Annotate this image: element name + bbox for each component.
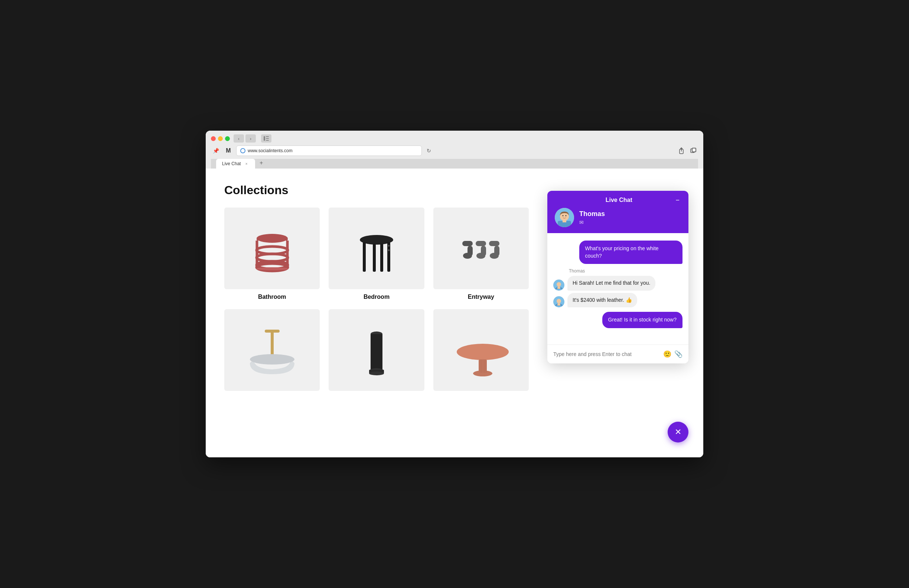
close-traffic-light[interactable] [211,136,216,141]
product-image-cylinder [328,309,424,391]
chat-icons: 🙂 📎 [663,350,683,358]
emoji-icon[interactable]: 🙂 [663,350,671,358]
product-card-bathroom[interactable]: Bathroom [224,207,320,300]
product-card-table[interactable] [433,309,529,395]
product-label-bedroom: Bedroom [364,294,390,300]
product-image-bowl [224,309,320,391]
attach-icon[interactable]: 📎 [674,350,683,358]
fullscreen-traffic-light[interactable] [225,136,230,141]
page-content: Collections [206,168,703,457]
svg-rect-27 [476,241,486,246]
product-label-bathroom: Bathroom [258,294,286,300]
agent-details: Thomas ✉ [579,210,605,225]
message-agent-avatar-2 [553,296,564,307]
product-card-cylinder[interactable] [328,309,424,395]
svg-point-29 [476,253,485,259]
agent-avatar [555,208,574,227]
chat-input[interactable] [553,351,660,357]
message-outgoing-1: What's your pricing on the white couch? [579,241,683,264]
svg-point-54 [566,215,567,216]
svg-point-43 [473,370,492,376]
message-sender-label: Thomas [569,268,683,274]
message-agent-avatar-1 [553,279,564,291]
email-icon: ✉ [579,220,605,225]
tab-bar: Live Chat × + [211,159,698,168]
chat-close-icon: ✕ [675,428,681,436]
message-incoming-2: It's $2400 with leather. 👍 [568,293,637,308]
product-image-entryway [433,207,529,289]
agent-name: Thomas [579,210,605,218]
url-text: www.socialintents.com [247,148,293,153]
message-outgoing-2: Great! Is it in stock right now? [602,312,683,328]
message-incoming-row-2: It's $2400 with leather. 👍 [553,293,683,308]
tab-title: Live Chat [222,161,241,166]
svg-rect-9 [257,238,288,241]
forward-button[interactable]: › [246,134,256,142]
back-button[interactable]: ‹ [234,134,244,142]
product-image-bedroom [328,207,424,289]
svg-rect-3 [266,140,269,141]
browser-chrome: ‹ › 📌 M www.socialintents.com ↻ [206,131,703,168]
product-image-bathroom [224,207,320,289]
medium-button[interactable]: M [223,147,233,155]
active-tab[interactable]: Live Chat × [216,159,255,168]
new-window-button[interactable] [688,147,698,155]
share-button[interactable] [676,147,686,155]
message-incoming-row-1: Hi Sarah! Let me find that for you. [553,276,683,291]
browser-toolbar: 📌 M www.socialintents.com ↻ [211,145,698,159]
svg-rect-6 [692,148,696,152]
svg-point-56 [556,282,561,287]
svg-rect-0 [264,136,265,141]
chat-title-row: Live Chat − [555,197,681,204]
product-card-bedroom[interactable]: Bedroom [328,207,424,300]
tab-close-button[interactable]: × [244,161,249,166]
svg-point-41 [457,344,509,360]
message-incoming-1: Hi Sarah! Let me find that for you. [568,276,655,291]
svg-rect-37 [370,334,382,371]
chat-widget: Live Chat − [547,191,688,363]
reload-button[interactable]: ↻ [425,147,433,155]
new-tab-button[interactable]: + [257,159,265,167]
product-image-table [433,309,529,391]
svg-point-40 [369,372,384,375]
svg-point-32 [490,253,499,259]
chat-minimize-button[interactable]: − [674,197,681,204]
chat-input-area: 🙂 📎 [547,344,688,363]
traffic-lights [211,136,230,141]
minimize-traffic-light[interactable] [218,136,223,141]
product-card-entryway[interactable]: Entryway [433,207,529,300]
svg-rect-20 [373,244,376,272]
chat-messages: What's your pricing on the white couch? … [547,233,688,344]
svg-rect-21 [380,244,383,272]
svg-point-35 [250,354,294,365]
nav-buttons: ‹ › [234,134,256,142]
svg-point-53 [563,215,564,216]
svg-point-58 [556,299,561,303]
svg-point-22 [388,245,390,247]
sidebar-button[interactable] [261,134,272,142]
svg-point-26 [463,253,472,259]
globe-icon [240,148,246,153]
agent-info: Thomas ✉ [555,208,681,227]
browser-titlebar: ‹ › [211,134,698,142]
product-card-bowl[interactable] [224,309,320,395]
svg-rect-34 [265,330,280,333]
browser-window: ‹ › 📌 M www.socialintents.com ↻ [206,131,703,457]
svg-point-16 [256,267,288,270]
chat-title: Live Chat [564,197,674,204]
svg-rect-30 [489,241,500,246]
svg-rect-18 [363,242,366,272]
toolbar-actions [676,147,698,155]
product-grid: Bathroom [224,207,529,395]
address-bar[interactable]: www.socialintents.com [236,145,422,156]
product-label-entryway: Entryway [468,294,494,300]
message-group-thomas: Thomas Hi Sarah! Let me find that for yo… [553,268,683,307]
chat-header: Live Chat − [547,191,688,233]
svg-rect-24 [462,241,473,246]
svg-rect-2 [266,138,269,139]
pin-button[interactable]: 📌 [211,147,221,155]
chat-close-fab[interactable]: ✕ [668,422,688,443]
svg-rect-1 [266,136,269,137]
svg-point-23 [388,249,390,251]
